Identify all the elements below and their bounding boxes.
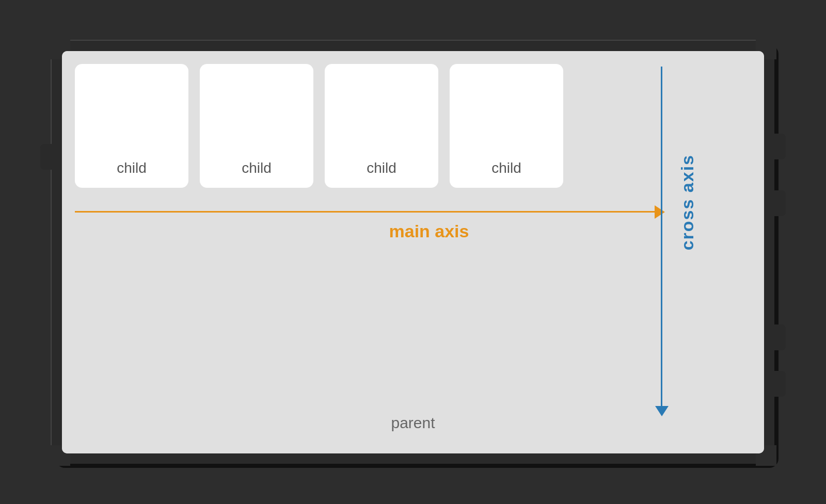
child-box-1: child	[75, 64, 188, 188]
child-box-3: child	[325, 64, 438, 188]
left-notch-1	[40, 144, 52, 170]
child-label-1: child	[117, 160, 147, 176]
right-notch-3	[774, 324, 786, 350]
parent-box: child child child child main axis	[62, 51, 764, 453]
child-label-3: child	[367, 160, 396, 176]
main-axis-line	[75, 211, 656, 213]
right-notch-1	[774, 134, 786, 159]
child-label-2: child	[242, 160, 272, 176]
child-box-4: child	[450, 64, 563, 188]
dark-frame: child child child child main axis	[52, 41, 774, 464]
inner-container: child child child child main axis	[62, 51, 764, 453]
cross-axis-line	[661, 67, 662, 407]
right-notch-2	[774, 190, 786, 216]
child-box-2: child	[200, 64, 313, 188]
right-notch-4	[774, 371, 786, 397]
parent-label: parent	[391, 414, 435, 432]
cross-axis-label: cross axis	[677, 154, 697, 250]
main-axis-label: main axis	[389, 221, 469, 241]
child-label-4: child	[491, 160, 521, 176]
children-row: child child child child	[75, 64, 661, 188]
diagram-container: child child child child main axis	[52, 41, 774, 464]
